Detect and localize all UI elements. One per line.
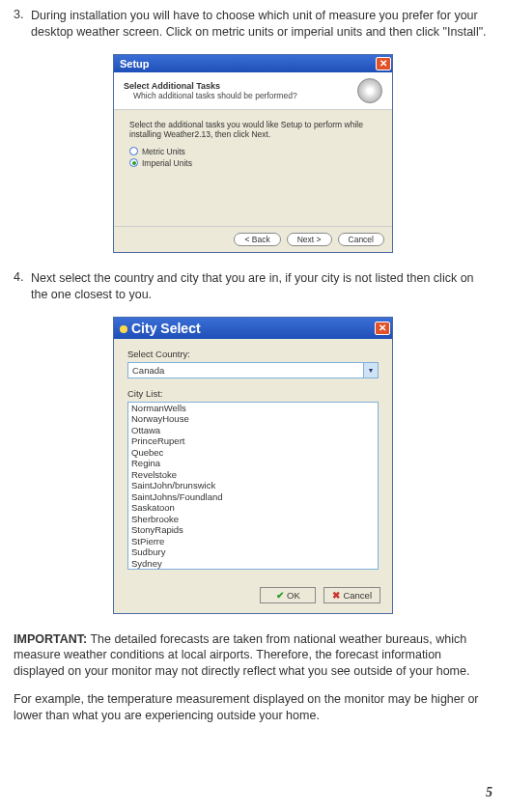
list-item[interactable]: Ottawa [128, 425, 378, 436]
list-item[interactable]: Quebec [128, 447, 378, 459]
list-item[interactable]: SaintJohns/Foundland [128, 491, 378, 503]
city-select-dialog: City Select ✕ Select Country: Canada ▼ C… [113, 317, 393, 614]
list-item[interactable]: SaintJohn/brunswick [128, 480, 378, 491]
step-4-text: Next select the country and city that yo… [31, 270, 492, 303]
close-icon[interactable]: ✕ [375, 322, 390, 335]
cancel-button[interactable]: ✖Cancel [323, 587, 380, 603]
list-item[interactable]: Sherbrooke [128, 514, 378, 525]
step-4: 4. Next select the country and city that… [14, 270, 492, 303]
cancel-button[interactable]: Cancel [338, 233, 384, 246]
step-3-number: 3. [14, 8, 31, 41]
list-item[interactable]: Sudbury [128, 546, 378, 558]
list-item[interactable]: StonyRapids [128, 524, 378, 536]
radio-icon [129, 147, 138, 155]
list-item[interactable]: StPierre [128, 536, 378, 547]
check-icon: ✔ [276, 590, 284, 601]
setup-header-sub: Which additional tasks should be perform… [133, 91, 297, 100]
list-item[interactable]: PrinceRupert [128, 435, 378, 447]
next-button[interactable]: Next > [287, 233, 332, 246]
ok-label: OK [287, 590, 300, 601]
close-icon[interactable]: ✕ [376, 57, 391, 70]
setup-titlebar: Setup ✕ [114, 55, 392, 72]
city-listbox[interactable]: NormanWellsNorwayHouseOttawaPrinceRupert… [127, 402, 379, 570]
city-titlebar: City Select ✕ [114, 318, 392, 339]
setup-header-title: Select Additional Tasks [124, 81, 297, 91]
radio-imperial[interactable]: Imperial Units [129, 158, 377, 168]
list-item[interactable]: Regina [128, 458, 378, 469]
list-item[interactable]: Revelstoke [128, 469, 378, 481]
example-paragraph: For example, the temperature measurement… [14, 691, 492, 724]
list-item[interactable]: Terrace [128, 569, 378, 570]
country-dropdown[interactable]: Canada ▼ [127, 362, 379, 378]
step-4-number: 4. [14, 270, 31, 303]
important-paragraph: IMPORTANT: The detailed forecasts are ta… [14, 631, 492, 681]
radio-metric-label: Metric Units [142, 147, 185, 156]
step-3: 3. During installation you will have to … [14, 8, 492, 41]
list-item[interactable]: NorwayHouse [128, 413, 378, 425]
list-item[interactable]: NormanWells [128, 403, 378, 414]
cancel-label: Cancel [343, 590, 372, 601]
list-item[interactable]: Saskatoon [128, 502, 378, 514]
ok-button[interactable]: ✔OK [260, 587, 316, 603]
city-list-label: City List: [127, 388, 379, 399]
city-title: City Select [131, 321, 201, 336]
back-button[interactable]: < Back [234, 233, 280, 246]
setup-header: Select Additional Tasks Which additional… [114, 72, 392, 110]
cd-icon [357, 78, 382, 103]
setup-title: Setup [120, 58, 150, 70]
country-label: Select Country: [127, 349, 379, 359]
app-icon [120, 325, 127, 333]
setup-dialog: Setup ✕ Select Additional Tasks Which ad… [113, 54, 393, 253]
cross-icon: ✖ [332, 590, 340, 601]
radio-icon [129, 158, 138, 167]
country-value: Canada [128, 365, 363, 376]
setup-instruction: Select the additional tasks you would li… [129, 120, 377, 139]
step-3-text: During installation you will have to cho… [31, 8, 492, 41]
page-number: 5 [486, 785, 492, 800]
chevron-down-icon[interactable]: ▼ [363, 363, 378, 378]
radio-metric[interactable]: Metric Units [129, 147, 377, 156]
list-item[interactable]: Sydney [128, 558, 378, 570]
radio-imperial-label: Imperial Units [142, 158, 192, 168]
important-label: IMPORTANT: [14, 632, 87, 646]
